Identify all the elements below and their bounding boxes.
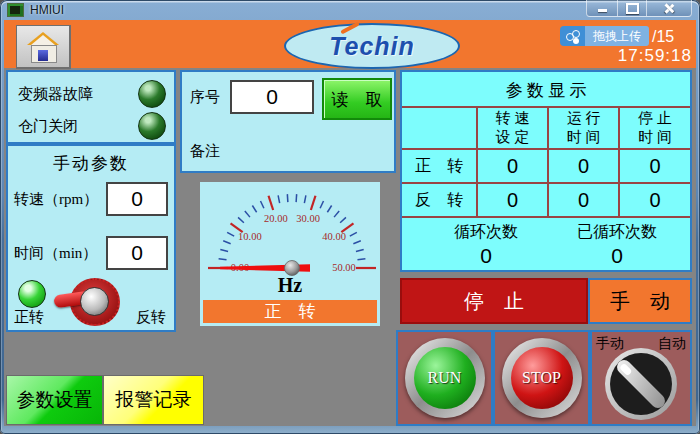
run-button-cap: RUN <box>414 347 476 409</box>
app-window: HMIUI Techin 拖拽上传 /15 17:59:18 <box>0 0 700 434</box>
gauge-direction-banner: 正 转 <box>203 300 377 323</box>
direction-toggle-switch[interactable] <box>54 276 120 324</box>
svg-text:30.00: 30.00 <box>296 213 320 224</box>
manual-params-title: 手动参数 <box>8 152 174 175</box>
manual-mode-button[interactable]: 手 动 <box>588 278 692 324</box>
titlebar[interactable]: HMIUI <box>0 0 700 20</box>
table-row-forward: 正 转 0 0 0 <box>402 149 690 183</box>
home-button[interactable] <box>16 25 71 69</box>
clock-display: 17:59:18 <box>592 46 692 66</box>
page-indicator: /15 <box>652 28 674 46</box>
manual-params-panel: 手动参数 转速（rpm） 0 时间（min） 0 正转 反转 <box>6 144 176 332</box>
forward-runtime-value: 0 <box>548 149 619 183</box>
forward-label: 正转 <box>14 308 44 327</box>
minimize-button[interactable] <box>586 0 618 17</box>
maximize-icon <box>626 3 639 14</box>
speed-field-row: 转速（rpm） 0 <box>14 182 168 216</box>
table-row-reverse: 反 转 0 0 0 <box>402 183 690 217</box>
mode-selector-knob[interactable] <box>605 348 677 420</box>
knob-face <box>610 353 672 415</box>
window-title: HMIUI <box>30 3 64 17</box>
param-display-panel: 参 数 显 示 转 速设 定 运 行时 间 停 止时 间 正 转 0 0 0 反… <box>400 70 692 272</box>
stop-mode-button[interactable]: 停 止 <box>400 278 588 324</box>
toggle-hub <box>80 287 109 316</box>
cycle-count-value: 0 <box>426 244 546 268</box>
svg-text:50.00: 50.00 <box>332 262 356 273</box>
mode-selector-cell: 手动 自动 <box>590 330 692 426</box>
knob-lever-icon <box>614 357 668 411</box>
maximize-button[interactable] <box>618 0 646 17</box>
done-count-label: 已循环次数 <box>552 222 682 243</box>
stop-button-cell: STOP <box>493 330 590 426</box>
param-table-header-row: 转 速设 定 运 行时 间 停 止时 间 <box>402 107 690 149</box>
reverse-stoptime-value: 0 <box>619 183 690 217</box>
forward-stoptime-value: 0 <box>619 149 690 183</box>
param-table: 转 速设 定 运 行时 间 停 止时 间 正 转 0 0 0 反 转 0 0 0 <box>402 106 690 218</box>
time-label: 时间（min） <box>14 244 97 263</box>
serial-input[interactable]: 0 <box>230 80 314 114</box>
read-button[interactable]: 读 取 <box>322 78 392 120</box>
param-display-title: 参 数 显 示 <box>402 79 690 102</box>
home-icon <box>25 32 61 62</box>
drag-upload-overlay[interactable]: 拖拽上传 <box>560 26 649 46</box>
cycle-count-label: 循环次数 <box>426 222 546 243</box>
inverter-fault-led <box>138 80 166 108</box>
run-button[interactable]: RUN <box>405 338 485 418</box>
reverse-runtime-value: 0 <box>548 183 619 217</box>
brand-logo-text: Techin <box>329 32 415 61</box>
run-button-cell: RUN <box>396 330 493 426</box>
stop-button[interactable]: STOP <box>502 338 582 418</box>
header-speed-setting: 转 速设 定 <box>477 107 548 149</box>
reverse-speed-value: 0 <box>477 183 548 217</box>
note-label: 备注 <box>190 142 220 161</box>
header-bar: Techin 拖拽上传 /15 17:59:18 <box>4 20 696 68</box>
serial-label: 序号 <box>190 88 220 107</box>
svg-text:40.00: 40.00 <box>322 231 346 242</box>
reverse-row-label: 反 转 <box>402 183 477 217</box>
time-input[interactable]: 0 <box>106 236 168 270</box>
close-button[interactable] <box>646 0 692 17</box>
header-run-time: 运 行时 间 <box>548 107 619 149</box>
status-panel: 变频器故障 仓门关闭 <box>6 70 176 144</box>
serial-read-panel: 序号 0 读 取 备注 <box>180 70 396 173</box>
app-icon <box>7 3 24 17</box>
svg-text:20.00: 20.00 <box>264 213 288 224</box>
window-controls <box>586 0 692 17</box>
gauge-unit-label: Hz <box>200 274 380 297</box>
svg-text:10.00: 10.00 <box>238 231 262 242</box>
gauge-dial: 0.0010.0020.0030.0040.0050.00 <box>202 184 378 280</box>
stop-button-cap: STOP <box>511 347 573 409</box>
speed-label: 转速（rpm） <box>14 190 98 209</box>
header-stop-time: 停 止时 间 <box>619 107 690 149</box>
forward-row-label: 正 转 <box>402 149 477 183</box>
knob-manual-label: 手动 <box>596 335 624 353</box>
drag-upload-label: 拖拽上传 <box>585 26 649 46</box>
hmi-screen: Techin 拖拽上传 /15 17:59:18 变频器故障 仓门关闭 手动参数 <box>4 20 696 426</box>
alarm-record-button[interactable]: 报警记录 <box>103 375 204 425</box>
door-closed-led <box>138 112 166 140</box>
status-row-door-closed: 仓门关闭 <box>18 112 166 140</box>
header-blank-cell <box>402 107 477 149</box>
time-field-row: 时间（min） 0 <box>14 236 168 270</box>
brand-logo: Techin <box>284 23 460 69</box>
status-row-inverter-fault: 变频器故障 <box>18 80 166 108</box>
forward-speed-value: 0 <box>477 149 548 183</box>
knob-auto-label: 自动 <box>658 335 686 353</box>
gauge-ticks <box>208 194 376 268</box>
close-icon <box>664 3 675 14</box>
share-rings-icon <box>560 26 585 46</box>
inverter-fault-label: 变频器故障 <box>18 85 93 104</box>
minimize-icon <box>598 9 607 12</box>
reverse-label: 反转 <box>136 308 166 327</box>
done-count-value: 0 <box>552 244 682 268</box>
param-settings-button[interactable]: 参数设置 <box>6 375 103 425</box>
speed-input[interactable]: 0 <box>106 182 168 216</box>
forward-run-led <box>18 280 46 308</box>
door-closed-label: 仓门关闭 <box>18 117 78 136</box>
frequency-gauge-panel: 0.0010.0020.0030.0040.0050.00 Hz 正 转 <box>200 182 380 326</box>
